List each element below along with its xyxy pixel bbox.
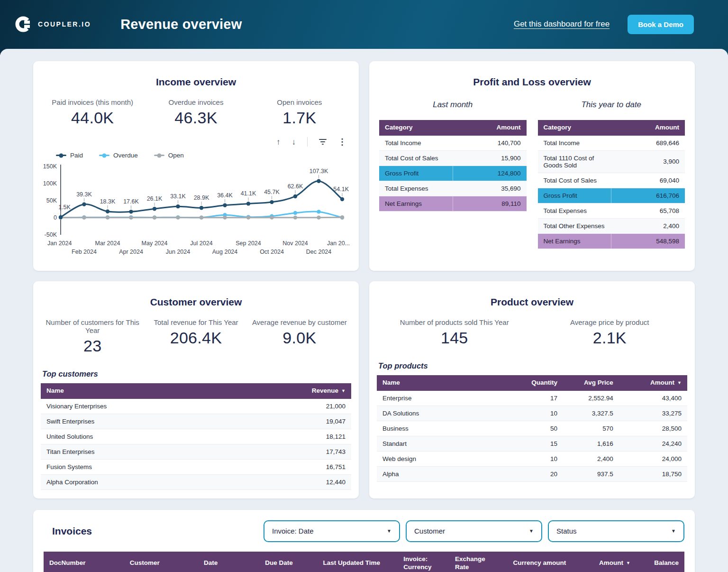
arrow-up-icon[interactable]: ↑ xyxy=(276,138,281,146)
svg-text:54.1K: 54.1K xyxy=(333,186,349,193)
table-row: Alpha Corporation12,440 xyxy=(41,474,351,489)
table-cell: Business xyxy=(377,421,513,436)
legend-item-paid[interactable]: Paid xyxy=(56,152,83,159)
dashboard-body: Income overview Paid invoices (this mont… xyxy=(0,49,728,572)
svg-text:Jan 20...: Jan 20... xyxy=(327,240,350,247)
svg-text:18.3K: 18.3K xyxy=(100,198,116,205)
table-cell: Web design xyxy=(377,451,513,466)
table-cell: 20 xyxy=(513,466,563,481)
coupler-logo[interactable]: COUPLER.IO xyxy=(14,15,91,33)
table-row: Total Income689,646 xyxy=(538,136,685,151)
svg-text:May 2024: May 2024 xyxy=(142,240,168,247)
table-cell: Gross Profit xyxy=(538,188,611,203)
svg-text:0: 0 xyxy=(54,214,57,221)
products-name-header: Name xyxy=(377,375,513,391)
table-cell: 10 xyxy=(513,451,563,466)
table-row: Enterprise172,552.9443,400 xyxy=(377,391,687,406)
table-cell: Alpha Corporation xyxy=(41,474,196,489)
pnl-overview-card: Profit and Loss overview Last month Cate… xyxy=(369,61,695,271)
svg-text:33.1K: 33.1K xyxy=(170,193,186,200)
table-cell: United Solutions xyxy=(41,429,196,444)
table-row: Total Expenses65,708 xyxy=(538,203,685,218)
table-row: Business5057028,500 xyxy=(377,421,687,436)
svg-text:Mar 2024: Mar 2024 xyxy=(95,240,120,247)
svg-text:39.3K: 39.3K xyxy=(76,191,92,198)
table-cell: Total Cost of Sales xyxy=(379,150,453,166)
table-cell: Net Earnings xyxy=(538,233,611,249)
pnl-year-to-date: This year to date Category Amount Total … xyxy=(538,97,685,249)
table-cell: 10 xyxy=(513,406,563,421)
svg-text:Jan 2024: Jan 2024 xyxy=(47,240,72,247)
svg-text:Oct 2024: Oct 2024 xyxy=(260,249,284,255)
table-cell: 18,750 xyxy=(619,466,687,481)
table-cell: Standart xyxy=(377,436,513,451)
table-row: Web design102,40024,000 xyxy=(377,451,687,466)
svg-text:Jun 2024: Jun 2024 xyxy=(166,249,190,255)
table-cell: Total 1110 Cost of Goods Sold xyxy=(538,150,611,173)
table-cell: DA Solutions xyxy=(377,406,513,421)
table-cell: Total Other Expenses xyxy=(538,218,611,233)
inv-exchange-header: Exchange Rate xyxy=(449,552,501,572)
table-row: Standart151,61624,240 xyxy=(377,436,687,451)
kpi-open-invoices: Open invoices 1.7K xyxy=(248,98,351,127)
table-cell: 33,275 xyxy=(619,406,687,421)
income-chart[interactable]: 150K100K50K0-50KJan 2024Feb 2024Mar 2024… xyxy=(41,160,351,262)
table-cell: 937.5 xyxy=(563,466,619,481)
invoice-date-filter[interactable]: Invoice: Date ▼ xyxy=(264,520,400,542)
legend-item-overdue[interactable]: Overdue xyxy=(99,152,138,159)
table-cell: 16,751 xyxy=(196,459,352,474)
page-title: Revenue overview xyxy=(120,17,242,32)
customers-revenue-header[interactable]: Revenue▼ xyxy=(196,383,352,399)
table-row: Gross Profit616,706 xyxy=(538,188,685,203)
sort-desc-icon: ▼ xyxy=(677,380,682,385)
table-cell: 15 xyxy=(513,436,563,451)
table-row: Fusion Systems16,751 xyxy=(41,459,351,474)
invoices-title: Invoices xyxy=(52,526,92,537)
table-row: Total 1110 Cost of Goods Sold3,900 xyxy=(538,150,685,173)
book-demo-button[interactable]: Book a Demo xyxy=(628,15,694,34)
pnl-amount-header: Amount xyxy=(611,120,685,136)
arrow-down-icon[interactable]: ↓ xyxy=(292,138,296,146)
inv-amount-header[interactable]: Amount▼ xyxy=(572,552,636,572)
table-cell: 1,616 xyxy=(563,436,619,451)
inv-customer-header: Customer xyxy=(124,552,198,572)
svg-text:Dec 2024: Dec 2024 xyxy=(306,249,332,255)
table-cell: 689,646 xyxy=(611,136,685,151)
product-overview-card: Product overview Number of products sold… xyxy=(369,281,695,498)
svg-text:50K: 50K xyxy=(46,197,57,204)
table-row: Alpha20937.518,750 xyxy=(377,466,687,481)
kpi-avg-price: Average price by product 2.1K xyxy=(532,318,688,347)
sort-desc-icon: ▼ xyxy=(626,561,630,565)
inv-currency-header: Invoice: Currency xyxy=(398,552,449,572)
get-dashboard-link[interactable]: Get this dashboard for free xyxy=(514,19,610,29)
inv-duedate-header: Due Date xyxy=(259,552,317,572)
customer-overview-card: Customer overview Number of customers fo… xyxy=(33,281,359,498)
table-cell: 3,327.5 xyxy=(563,406,619,421)
table-row: Swift Enterprises19,047 xyxy=(41,414,351,429)
table-row: Total Cost of Sales69,040 xyxy=(538,173,685,188)
table-cell: 89,110 xyxy=(453,196,526,211)
kpi-customer-count: Number of customers for This Year 23 xyxy=(41,318,144,355)
table-cell: 28,500 xyxy=(619,421,687,436)
chevron-down-icon: ▼ xyxy=(529,528,534,534)
svg-text:Jul 2024: Jul 2024 xyxy=(190,240,212,247)
chart-toolbar: ↑ ↓ ⋮ xyxy=(41,137,346,147)
products-amount-header[interactable]: Amount▼ xyxy=(619,375,687,391)
customer-title: Customer overview xyxy=(41,296,351,308)
status-filter[interactable]: Status ▼ xyxy=(548,520,684,542)
customer-filter[interactable]: Customer ▼ xyxy=(406,520,542,542)
filter-icon[interactable] xyxy=(319,139,327,145)
app-header: COUPLER.IO Revenue overview Get this das… xyxy=(0,0,728,55)
table-cell: 19,047 xyxy=(196,414,352,429)
table-cell: 548,598 xyxy=(611,233,685,249)
table-row: Total Expenses35,690 xyxy=(379,181,527,196)
table-row: Net Earnings89,110 xyxy=(379,196,527,211)
svg-text:Nov 2024: Nov 2024 xyxy=(282,240,308,247)
legend-marker xyxy=(99,155,109,156)
svg-text:Sep 2024: Sep 2024 xyxy=(236,240,261,247)
legend-item-open[interactable]: Open xyxy=(154,152,184,159)
kpi-paid-invoices: Paid invoices (this month) 44.0K xyxy=(41,98,144,127)
more-options-icon[interactable]: ⋮ xyxy=(338,137,346,147)
kpi-avg-revenue: Average revenue by customer 9.0K xyxy=(248,318,351,355)
inv-docnumber-header: DocNumber xyxy=(44,552,124,572)
